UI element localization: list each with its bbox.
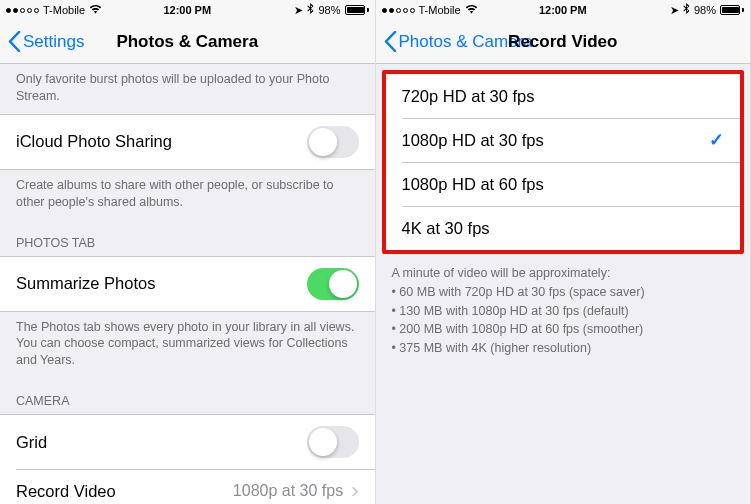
back-label: Settings: [23, 32, 84, 52]
nav-title: Photos & Camera: [116, 32, 258, 52]
location-icon: ➤: [294, 4, 303, 17]
nav-bar: Photos & Camera Record Video: [376, 20, 751, 64]
battery-percent: 98%: [694, 4, 716, 16]
camera-header: CAMERA: [0, 378, 375, 414]
photos-tab-header: PHOTOS TAB: [0, 220, 375, 256]
carrier-label: T-Mobile: [43, 4, 85, 16]
option-1080p-30[interactable]: 1080p HD at 30 fps ✓: [386, 118, 741, 162]
summarize-toggle[interactable]: [307, 268, 359, 300]
phone-right: T-Mobile 12:00 PM ➤ 98% Photos & Camera …: [376, 0, 752, 504]
option-1080p-60[interactable]: 1080p HD at 60 fps: [386, 162, 741, 206]
grid-cell[interactable]: Grid: [0, 415, 375, 469]
summarize-footer: The Photos tab shows every photo in your…: [0, 312, 375, 379]
burst-footer: Only favorite burst photos will be uploa…: [0, 64, 375, 114]
bluetooth-icon: [307, 3, 314, 17]
video-size-note: A minute of video will be approximately:…: [376, 254, 751, 368]
chevron-left-icon: [384, 31, 397, 52]
nav-bar: Settings Photos & Camera: [0, 20, 375, 64]
cell-label: Grid: [16, 433, 47, 452]
carrier-label: T-Mobile: [419, 4, 461, 16]
nav-title: Record Video: [508, 32, 617, 52]
grid-toggle[interactable]: [307, 426, 359, 458]
record-video-cell[interactable]: Record Video 1080p at 30 fps ›: [0, 469, 375, 504]
status-bar: T-Mobile 12:00 PM ➤ 98%: [376, 0, 751, 20]
cell-label: iCloud Photo Sharing: [16, 132, 172, 151]
highlight-annotation: 720p HD at 30 fps 1080p HD at 30 fps ✓ 1…: [382, 70, 745, 254]
option-label: 1080p HD at 60 fps: [402, 175, 544, 194]
icloud-sharing-cell[interactable]: iCloud Photo Sharing: [0, 115, 375, 169]
location-icon: ➤: [670, 4, 679, 17]
checkmark-icon: ✓: [709, 129, 724, 151]
settings-content[interactable]: Only favorite burst photos will be uploa…: [0, 64, 375, 504]
signal-dots-icon: [6, 8, 39, 13]
battery-percent: 98%: [318, 4, 340, 16]
option-720p-30[interactable]: 720p HD at 30 fps: [386, 74, 741, 118]
cell-label: Record Video: [16, 482, 116, 501]
cell-label: Summarize Photos: [16, 274, 155, 293]
chevron-left-icon: [8, 31, 21, 52]
phone-left: T-Mobile 12:00 PM ➤ 98% Settings Photos …: [0, 0, 376, 504]
chevron-right-icon: ›: [351, 480, 358, 502]
status-bar: T-Mobile 12:00 PM ➤ 98%: [0, 0, 375, 20]
clock-label: 12:00 PM: [163, 4, 211, 16]
icloud-footer: Create albums to share with other people…: [0, 170, 375, 220]
cell-value: 1080p at 30 fps: [233, 482, 343, 500]
icloud-sharing-toggle[interactable]: [307, 126, 359, 158]
option-label: 1080p HD at 30 fps: [402, 131, 544, 150]
summarize-cell[interactable]: Summarize Photos: [0, 257, 375, 311]
option-4k-30[interactable]: 4K at 30 fps: [386, 206, 741, 250]
signal-dots-icon: [382, 8, 415, 13]
battery-icon: [345, 5, 369, 15]
clock-label: 12:00 PM: [539, 4, 587, 16]
bluetooth-icon: [683, 3, 690, 17]
option-label: 720p HD at 30 fps: [402, 87, 535, 106]
option-label: 4K at 30 fps: [402, 219, 490, 238]
battery-icon: [720, 5, 744, 15]
back-button[interactable]: Settings: [8, 31, 84, 52]
record-video-content[interactable]: 720p HD at 30 fps 1080p HD at 30 fps ✓ 1…: [376, 64, 751, 504]
wifi-icon: [465, 4, 478, 16]
wifi-icon: [89, 4, 102, 16]
